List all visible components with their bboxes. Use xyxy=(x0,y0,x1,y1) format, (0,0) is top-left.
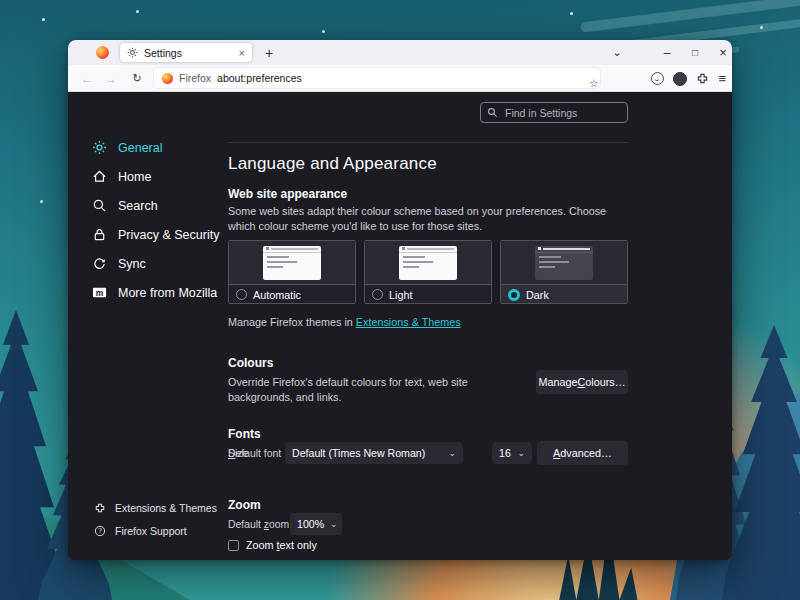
bookmark-star-icon[interactable]: ☆ xyxy=(589,77,592,80)
colours-heading: Colours xyxy=(228,356,273,370)
svg-text:m: m xyxy=(96,288,104,298)
sidebar-item-sync[interactable]: Sync xyxy=(92,249,222,278)
help-icon: ? xyxy=(94,525,106,537)
tab-bar: Settings × + ⌄ – □ × xyxy=(68,40,732,65)
button-text: dvanced… xyxy=(560,447,612,459)
search-icon xyxy=(92,198,107,213)
wallpaper-pine-tree xyxy=(0,310,66,600)
sidebar-item-privacy-security[interactable]: Privacy & Security xyxy=(92,220,222,249)
chevron-down-icon: ⌄ xyxy=(448,448,456,458)
sidebar-item-label: Sync xyxy=(118,257,146,271)
button-text: Manage xyxy=(538,376,577,388)
forward-button[interactable]: → xyxy=(100,65,122,92)
svg-text:?: ? xyxy=(98,527,102,534)
settings-page: General Home Search Priva xyxy=(68,92,732,560)
firefox-logo-icon xyxy=(96,46,109,59)
list-tabs-chevron-icon[interactable]: ⌄ xyxy=(604,40,630,65)
firefox-logo-icon xyxy=(162,73,173,84)
theme-preview-auto xyxy=(229,241,355,284)
gear-icon xyxy=(127,47,138,58)
window-maximize-button[interactable]: □ xyxy=(682,40,708,65)
radio-light[interactable] xyxy=(372,289,383,300)
new-tab-button[interactable]: + xyxy=(256,40,282,65)
back-button[interactable]: ← xyxy=(76,65,98,92)
settings-sidebar: General Home Search Priva xyxy=(92,133,222,307)
menu-icon[interactable]: ≡ xyxy=(718,71,726,86)
option-label: Dark xyxy=(526,289,549,301)
button-text: olours… xyxy=(585,376,625,388)
profile-avatar[interactable] xyxy=(673,72,687,86)
colour-scheme-options: Automatic Light xyxy=(228,240,628,304)
wallpaper-pine-tree xyxy=(722,325,800,600)
manage-colours-button[interactable]: Manage Colours… xyxy=(536,370,628,394)
tab-settings[interactable]: Settings × xyxy=(120,43,252,62)
website-appearance-description: Some web sites adapt their colour scheme… xyxy=(228,204,628,234)
wallpaper-star xyxy=(42,18,45,21)
option-label: Automatic xyxy=(253,289,301,301)
option-label: Light xyxy=(389,289,412,301)
sidebar-item-label: More from Mozilla xyxy=(118,286,217,300)
reload-button[interactable]: ↻ xyxy=(126,65,148,92)
sidebar-item-label: Privacy & Security xyxy=(118,228,219,242)
lock-icon xyxy=(92,227,107,242)
sidebar-item-label: Home xyxy=(118,170,151,184)
home-icon xyxy=(92,169,107,184)
extensions-icon xyxy=(94,502,106,514)
wallpaper-cloud xyxy=(580,0,800,33)
colours-description: Override Firefox's default colours for t… xyxy=(228,375,526,405)
zoom-text-only-row: Zoom text only xyxy=(228,539,317,551)
window-close-button[interactable]: × xyxy=(710,40,732,65)
size-label: Size xyxy=(228,448,248,459)
chevron-down-icon: ⌄ xyxy=(517,448,525,458)
sidebar-item-more-from-mozilla[interactable]: m More from Mozilla xyxy=(92,278,222,307)
account-badge-icon[interactable] xyxy=(651,72,664,85)
manage-themes-text: Manage Firefox themes in xyxy=(228,316,356,328)
url-bar[interactable]: Firefox about:preferences ☆ xyxy=(154,68,600,88)
option-light[interactable]: Light xyxy=(364,240,492,304)
page-title: Language and Appearance xyxy=(228,154,437,174)
sidebar-item-extensions-themes[interactable]: Extensions & Themes xyxy=(94,496,217,519)
sidebar-item-firefox-support[interactable]: ? Firefox Support xyxy=(94,519,217,542)
navigation-bar: ← → ↻ Firefox about:preferences ☆ ≡ xyxy=(68,65,732,92)
select-value: 16 xyxy=(499,447,511,459)
wallpaper-star xyxy=(136,10,139,13)
zoom-text-only-checkbox[interactable] xyxy=(228,540,239,551)
theme-preview-dark xyxy=(501,241,627,284)
extensions-icon[interactable] xyxy=(696,72,709,85)
sidebar-item-label: General xyxy=(118,141,162,155)
default-zoom-select[interactable]: 100% ⌄ xyxy=(290,513,342,535)
sidebar-item-label: Firefox Support xyxy=(115,525,187,537)
sidebar-item-label: Extensions & Themes xyxy=(115,502,217,514)
wallpaper-star xyxy=(760,26,763,29)
mozilla-icon: m xyxy=(92,285,107,300)
zoom-heading: Zoom xyxy=(228,498,261,512)
radio-automatic[interactable] xyxy=(236,289,247,300)
default-zoom-label: Default zoom xyxy=(228,519,289,530)
select-value: 100% xyxy=(297,518,324,530)
sidebar-item-label: Search xyxy=(118,199,158,213)
toolbar-icons: ≡ xyxy=(651,65,726,92)
sidebar-item-general[interactable]: General xyxy=(92,133,222,162)
radio-dark[interactable] xyxy=(508,289,520,301)
wallpaper-star xyxy=(570,12,573,15)
tab-title: Settings xyxy=(144,47,233,59)
close-tab-icon[interactable]: × xyxy=(239,47,245,59)
sync-icon xyxy=(92,256,107,271)
font-size-select[interactable]: 16 ⌄ xyxy=(492,442,532,464)
window-minimize-button[interactable]: – xyxy=(654,40,680,65)
advanced-button[interactable]: Advanced… xyxy=(537,441,628,465)
sidebar-item-search[interactable]: Search xyxy=(92,191,222,220)
option-dark[interactable]: Dark xyxy=(500,240,628,304)
extensions-themes-link[interactable]: Extensions & Themes xyxy=(356,316,461,328)
website-appearance-heading: Web site appearance xyxy=(228,187,347,201)
chevron-down-icon: ⌄ xyxy=(330,519,338,529)
sidebar-item-home[interactable]: Home xyxy=(92,162,222,191)
search-engine-chip: Firefox xyxy=(179,72,211,84)
zoom-text-only-label: Zoom text only xyxy=(246,539,317,551)
wallpaper-star xyxy=(40,200,43,203)
select-value: Default (Times New Roman) xyxy=(292,447,425,459)
default-font-select[interactable]: Default (Times New Roman) ⌄ xyxy=(285,442,463,464)
sidebar-footer: Extensions & Themes ? Firefox Support xyxy=(94,496,217,542)
option-automatic[interactable]: Automatic xyxy=(228,240,356,304)
manage-themes-line: Manage Firefox themes in Extensions & Th… xyxy=(228,316,461,328)
